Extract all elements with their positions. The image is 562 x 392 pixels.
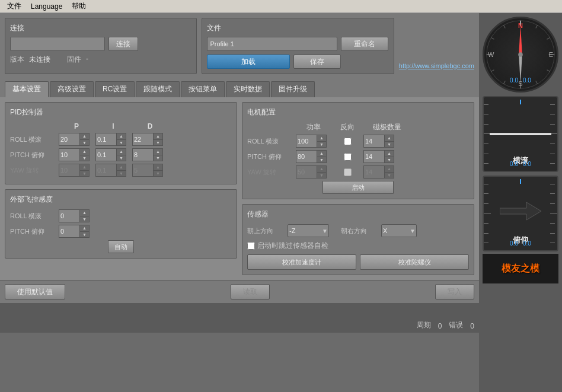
pid-pitch-p-input[interactable]: ▲▼	[59, 148, 90, 161]
compass-e: E	[549, 51, 553, 58]
motor-pitch-power-up[interactable]: ▲	[317, 151, 326, 157]
pid-yaw-i-up: ▲	[117, 164, 126, 171]
tab-realtime[interactable]: 实时数据	[226, 81, 270, 97]
roll-val2: 0.0	[523, 161, 531, 167]
log-area	[0, 303, 360, 333]
motor-roll-poles-up[interactable]: ▲	[385, 135, 394, 142]
motor-pitch-reverse[interactable]	[344, 153, 352, 161]
pitch-left-ticks	[484, 177, 491, 250]
ext-roll-down[interactable]: ▼	[80, 216, 89, 222]
motor-pitch-poles[interactable]: ▲▼	[363, 150, 394, 163]
pid-pitch-i-up[interactable]: ▲	[117, 149, 126, 155]
axis-up-select[interactable]: -Z	[288, 224, 329, 237]
svg-line-8	[536, 81, 538, 84]
tab-firmware[interactable]: 固件升级	[271, 81, 315, 97]
motor-poles-header: 磁极数量	[363, 122, 411, 132]
ext-pitch-up[interactable]: ▲	[80, 225, 89, 232]
pid-pitch-i-down[interactable]: ▼	[117, 155, 126, 161]
ext-pitch-down[interactable]: ▼	[80, 232, 89, 238]
pid-yaw-d-down: ▼	[154, 171, 162, 177]
load-button[interactable]: 加载	[207, 55, 290, 69]
menu-file[interactable]: 文件	[2, 0, 26, 12]
tab-advanced[interactable]: 高级设置	[50, 81, 94, 97]
pid-roll-p-down[interactable]: ▼	[80, 140, 89, 146]
pid-pitch-d-down[interactable]: ▼	[154, 155, 162, 161]
skip-calibration-checkbox[interactable]	[247, 242, 255, 250]
connect-button[interactable]: 连接	[108, 37, 138, 51]
roll-instrument: 横滚 0.0 0.0	[483, 96, 558, 172]
tab-buttons[interactable]: 按钮菜单	[181, 81, 225, 97]
pid-panel: PID控制器 P I D ROLL 横滚 ▲▼ ▲▼ ▲▼	[5, 102, 237, 184]
pid-roll-d-down[interactable]: ▼	[154, 140, 162, 146]
watermark: 模友之模	[483, 254, 558, 283]
pitch-val1: 0.0	[510, 240, 518, 247]
website-link[interactable]: http://www.simplebgc.com	[399, 62, 474, 72]
motor-auto-button[interactable]: 启动	[322, 181, 394, 194]
ext-roll-input[interactable]: ▲▼	[59, 209, 90, 222]
pid-roll-i-down[interactable]: ▼	[117, 140, 126, 146]
pid-yaw-i-input: ▲▼	[95, 164, 126, 177]
pid-pitch-d-input[interactable]: ▲▼	[132, 148, 163, 161]
menu-help[interactable]: 帮助	[67, 0, 91, 12]
motor-roll-poles-down[interactable]: ▼	[385, 142, 394, 148]
motor-roll-reverse[interactable]	[344, 138, 352, 145]
motor-pitch-power-down[interactable]: ▼	[317, 157, 326, 163]
pid-roll-i-input[interactable]: ▲▼	[95, 133, 126, 146]
menu-language[interactable]: Language	[26, 1, 67, 12]
ext-pitch-input[interactable]: ▲▼	[59, 225, 90, 238]
svg-line-11	[491, 37, 494, 39]
sensor-panel: 传感器 朝上方向 -Z ▼ 朝右方向 X	[242, 204, 474, 275]
watermark-text: 模友之模	[502, 263, 539, 275]
ext-auto-button[interactable]: 自动	[108, 240, 134, 253]
rename-button[interactable]: 重命名	[341, 37, 388, 51]
pid-p-header: P	[59, 122, 94, 130]
roll-top-tick	[520, 100, 521, 104]
motor-roll-power-down[interactable]: ▼	[317, 142, 326, 148]
profile-select[interactable]: Profile 1	[207, 37, 337, 51]
ext-roll-up[interactable]: ▲	[80, 210, 89, 216]
pid-yaw-d-up: ▲	[154, 164, 162, 171]
motor-roll-power-up[interactable]: ▲	[317, 135, 326, 142]
cycle-label: 周期	[417, 320, 431, 330]
motor-yaw-poles-down: ▼	[385, 173, 394, 179]
connection-title: 连接	[10, 23, 191, 33]
tab-rc[interactable]: RC设置	[95, 81, 135, 97]
calib-gyro-button[interactable]: 校准陀螺仪	[360, 254, 469, 270]
pid-pitch-i-input[interactable]: ▲▼	[95, 148, 126, 161]
firmware-value: -	[86, 55, 88, 65]
save-button[interactable]: 保存	[293, 55, 341, 69]
svg-line-10	[491, 70, 494, 72]
pid-pitch-p-down[interactable]: ▼	[80, 155, 89, 161]
pid-pitch-p-up[interactable]: ▲	[80, 149, 89, 155]
version-value: 未连接	[29, 55, 50, 65]
tab-follow[interactable]: 跟随模式	[136, 81, 180, 97]
motor-pitch-poles-up[interactable]: ▲	[385, 151, 394, 157]
pid-yaw-p-down: ▼	[80, 171, 89, 177]
defaults-button[interactable]: 使用默认值	[5, 284, 65, 299]
motor-reverse-header: 反向	[333, 122, 362, 132]
svg-marker-16	[500, 202, 541, 220]
motor-panel: 电机配置 功率 反向 磁极数量 ROLL 横滚 ▲▼ ▲▼	[242, 102, 474, 199]
pid-roll-p-up[interactable]: ▲	[80, 133, 89, 140]
pid-roll-d-up[interactable]: ▲	[154, 133, 162, 140]
error-label: 错误	[449, 320, 463, 330]
pid-yaw-p-up: ▲	[80, 164, 89, 171]
svg-marker-13	[519, 25, 522, 55]
port-select[interactable]	[10, 37, 105, 51]
pid-roll-p-input[interactable]: ▲▼	[59, 133, 90, 146]
pid-roll-i-up[interactable]: ▲	[117, 133, 126, 140]
motor-pitch-poles-down[interactable]: ▼	[385, 157, 394, 163]
read-button[interactable]: 读取	[231, 284, 270, 299]
pid-roll-d-input[interactable]: ▲▼	[132, 133, 163, 146]
pid-i-header: I	[95, 122, 131, 130]
pid-yaw-d-input: ▲▼	[132, 164, 163, 177]
pid-pitch-d-up[interactable]: ▲	[154, 149, 162, 155]
motor-pitch-label: PITCH 俯仰	[247, 152, 295, 161]
motor-roll-poles[interactable]: ▲▼	[363, 135, 394, 148]
axis-right-select[interactable]: X	[381, 224, 417, 237]
calib-accel-button[interactable]: 校准加速度计	[247, 254, 356, 270]
motor-pitch-power[interactable]: ▲▼	[296, 150, 327, 163]
tab-basic[interactable]: 基本设置	[5, 81, 49, 97]
write-button[interactable]: 写入	[435, 284, 474, 299]
motor-roll-power[interactable]: ▲▼	[296, 135, 327, 148]
